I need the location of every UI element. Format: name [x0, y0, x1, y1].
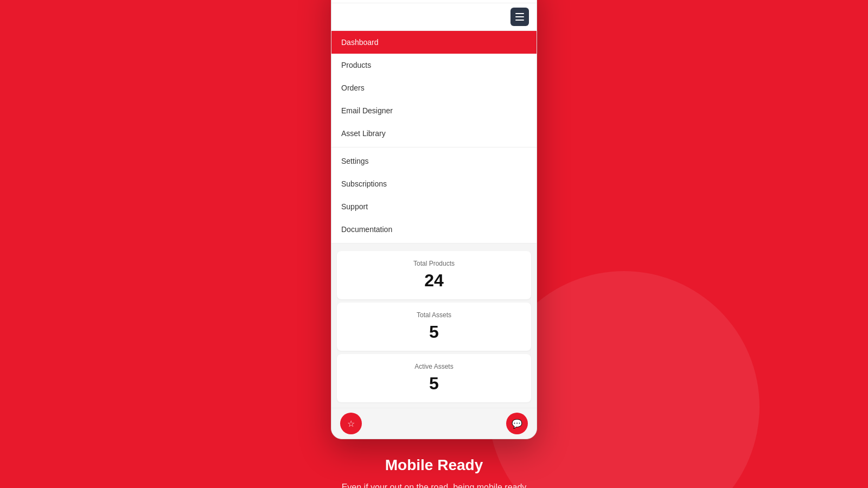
nav-item-email-designer[interactable]: Email Designer: [331, 99, 537, 122]
stat-card-total-products: Total Products 24: [337, 251, 531, 299]
stat-label-total-products: Total Products: [346, 260, 522, 267]
stat-value-total-products: 24: [346, 271, 522, 291]
stats-section: Total Products 24 Total Assets 5 Active …: [331, 246, 537, 408]
bottom-bar: ☆ 💬: [331, 408, 537, 439]
stat-value-total-assets: 5: [346, 322, 522, 342]
nav-item-documentation[interactable]: Documentation: [331, 218, 537, 241]
nav-section: Dashboard Products Orders Email Designer…: [331, 31, 537, 243]
marketing-body: Even if your out on the road, being mobi…: [331, 480, 537, 488]
menu-bar-3: [515, 20, 524, 21]
nav-item-products[interactable]: Products: [331, 54, 537, 76]
phone-mockup: A AnyAsset - Digital Downloads 📌 ··· Das…: [331, 0, 537, 439]
stat-card-total-assets: Total Assets 5: [337, 303, 531, 351]
stat-card-active-assets: Active Assets 5: [337, 354, 531, 402]
nav-item-settings[interactable]: Settings: [331, 150, 537, 172]
favorite-button[interactable]: ☆: [340, 413, 362, 434]
stat-label-total-assets: Total Assets: [346, 311, 522, 319]
nav-divider: [331, 147, 537, 147]
nav-item-subscriptions[interactable]: Subscriptions: [331, 172, 537, 195]
stat-value-active-assets: 5: [346, 374, 522, 394]
nav-item-dashboard[interactable]: Dashboard: [331, 31, 537, 54]
nav-divider-2: [331, 243, 537, 243]
star-icon: ☆: [347, 419, 355, 429]
hamburger-menu-button[interactable]: [510, 8, 529, 26]
stat-label-active-assets: Active Assets: [346, 363, 522, 370]
menu-bar-1: [515, 13, 524, 14]
chat-button[interactable]: 💬: [506, 413, 528, 434]
nav-item-support[interactable]: Support: [331, 195, 537, 218]
nav-item-orders[interactable]: Orders: [331, 76, 537, 99]
marketing-section: Mobile Ready Even if your out on the roa…: [331, 457, 537, 488]
menu-button-row: [331, 3, 537, 31]
marketing-heading: Mobile Ready: [331, 457, 537, 474]
chat-icon: 💬: [512, 419, 522, 429]
page-wrapper: A AnyAsset - Digital Downloads 📌 ··· Das…: [331, 0, 537, 488]
menu-bar-2: [515, 16, 524, 17]
nav-item-asset-library[interactable]: Asset Library: [331, 122, 537, 145]
